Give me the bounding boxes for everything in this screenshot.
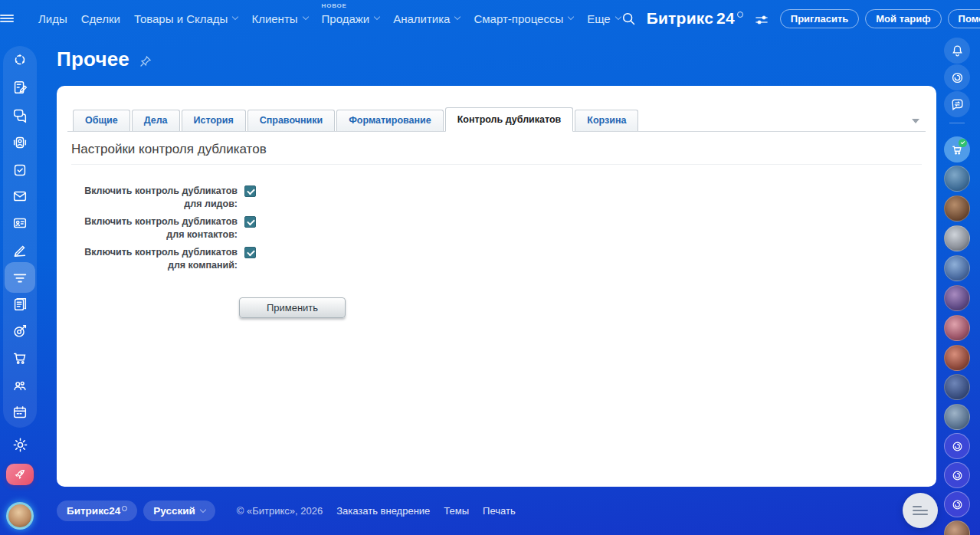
left-rail [0, 37, 40, 535]
company-drive-icon[interactable] [11, 295, 29, 313]
video-calls-icon[interactable] [11, 133, 29, 152]
avatar[interactable] [944, 285, 970, 311]
apply-button[interactable]: Применить [239, 297, 346, 318]
avatar[interactable] [944, 255, 970, 281]
nav-products[interactable]: Товары и Склады [134, 9, 238, 28]
form-row-leads: Включить контроль дубликатов для лидов: [57, 185, 936, 211]
nav-smart-processes[interactable]: Смарт-процессы [474, 9, 573, 28]
registered-mark-icon [737, 11, 743, 18]
chevron-down-icon [454, 14, 461, 20]
my-plan-button[interactable]: Мой тариф [865, 9, 941, 28]
copilot-icon[interactable] [944, 64, 970, 90]
nav-label: Аналитика [393, 12, 450, 25]
e-signature-icon[interactable] [11, 241, 29, 259]
tab-activities[interactable]: Дела [132, 110, 180, 131]
copyright-text: © «Битрикс», 2026 [237, 505, 323, 517]
nav-deals[interactable]: Сделки [81, 9, 120, 28]
leads-checkbox[interactable] [244, 185, 256, 197]
nav-label: Лиды [38, 12, 67, 25]
nav-label: Продажи [322, 12, 370, 25]
chevron-down-icon [232, 14, 238, 20]
footer-link-themes[interactable]: Темы [444, 505, 469, 517]
tabs-overflow-caret[interactable] [912, 119, 919, 123]
nav-sales[interactable]: НОВОЕПродажи [322, 9, 380, 28]
language-selector[interactable]: Русский [143, 501, 215, 521]
page-header: Прочее [57, 48, 152, 71]
tasks-icon[interactable] [11, 161, 29, 179]
new-badge: НОВОЕ [322, 2, 347, 9]
marketing-icon[interactable] [11, 322, 29, 340]
contacts-checkbox[interactable] [244, 216, 256, 228]
check-badge-icon [959, 139, 967, 147]
footer: Битрикс24 Русский © «Битрикс», 2026 Зака… [57, 501, 516, 521]
avatar[interactable] [944, 195, 970, 222]
mail-icon[interactable] [11, 187, 29, 205]
live-feed-icon[interactable] [11, 51, 29, 69]
copilot-session-icon[interactable] [944, 462, 970, 488]
language-label: Русский [153, 505, 195, 517]
online-store-icon[interactable] [11, 349, 29, 367]
top-bar: Лиды Сделки Товары и Склады Клиенты НОВО… [0, 0, 980, 37]
messenger-icon[interactable] [11, 106, 29, 124]
news-edit-icon[interactable] [11, 78, 29, 97]
avatar[interactable] [944, 404, 970, 430]
nav-label: Еще [587, 12, 611, 25]
logo-text: Битрикс [647, 9, 713, 28]
copilot-session-icon[interactable] [944, 491, 970, 517]
tab-duplicate-control[interactable]: Контроль дубликатов [445, 107, 574, 132]
search-icon[interactable] [621, 11, 636, 26]
avatar[interactable] [944, 225, 970, 251]
market-cart-icon[interactable] [944, 136, 970, 162]
nav-more[interactable]: Еще [587, 9, 621, 28]
main-menu-icon[interactable] [0, 13, 14, 24]
avatar[interactable] [944, 520, 970, 535]
footer-brand-label: Битрикс24 [67, 505, 120, 517]
avatar[interactable] [944, 315, 970, 341]
employees-icon[interactable] [11, 376, 29, 395]
left-rail-strip [3, 46, 37, 428]
nav-leads[interactable]: Лиды [38, 9, 67, 28]
bitrix24-logo[interactable]: Битрикс 24 [647, 9, 743, 28]
topbar-right: Битрикс 24 Пригласить Мой тариф Помощь 1… [621, 9, 980, 28]
crm-card-icon[interactable] [11, 214, 29, 232]
tab-recycle-bin[interactable]: Корзина [575, 110, 638, 131]
tab-history[interactable]: История [182, 110, 246, 131]
form-row-companies: Включить контроль дубликатов для компани… [57, 246, 936, 272]
avatar[interactable] [944, 374, 970, 400]
nav-clients[interactable]: Клиенты [251, 9, 307, 28]
chevron-down-icon [374, 14, 380, 20]
nav-analytics[interactable]: Аналитика [393, 9, 460, 28]
invite-button[interactable]: Пригласить [780, 9, 859, 28]
main-navigation: Лиды Сделки Товары и Склады Клиенты НОВО… [38, 9, 621, 28]
calendar-icon[interactable] [11, 403, 29, 422]
avatar[interactable] [944, 345, 970, 371]
tab-dictionaries[interactable]: Справочники [247, 110, 335, 131]
active-chats-icon[interactable] [944, 91, 970, 117]
sliders-icon[interactable] [755, 15, 768, 25]
pin-icon[interactable] [139, 54, 152, 68]
avatar[interactable] [944, 166, 970, 192]
tab-general[interactable]: Общие [73, 110, 130, 131]
footer-link-print[interactable]: Печать [483, 505, 516, 517]
nav-label: Товары и Склады [134, 12, 228, 25]
registered-mark-icon [122, 506, 127, 511]
nav-label: Сделки [81, 12, 120, 25]
duplicate-control-form: Включить контроль дубликатов для лидов: … [57, 185, 936, 318]
footer-link-implementation[interactable]: Заказать внедрение [336, 505, 430, 517]
settings-gear-icon[interactable] [11, 435, 29, 454]
companies-checkbox-label: Включить контроль дубликатов для компани… [75, 246, 238, 272]
upgrade-rocket-icon[interactable] [6, 464, 34, 485]
helper-menu-button[interactable] [903, 493, 938, 528]
copilot-session-icon[interactable] [944, 433, 970, 459]
contacts-checkbox-label: Включить контроль дубликатов для контакт… [75, 215, 238, 241]
logo-number: 24 [716, 9, 735, 28]
profile-avatar[interactable] [6, 502, 34, 530]
tab-formatting[interactable]: Форматирование [336, 110, 444, 131]
settings-card: Общие Дела История Справочники Форматиро… [57, 86, 936, 487]
notifications-bell-icon[interactable] [944, 38, 970, 64]
nav-label: Клиенты [251, 12, 297, 25]
footer-brand[interactable]: Битрикс24 [57, 501, 137, 521]
crm-funnel-icon[interactable] [11, 268, 29, 287]
right-rail [944, 0, 972, 535]
companies-checkbox[interactable] [244, 247, 256, 258]
